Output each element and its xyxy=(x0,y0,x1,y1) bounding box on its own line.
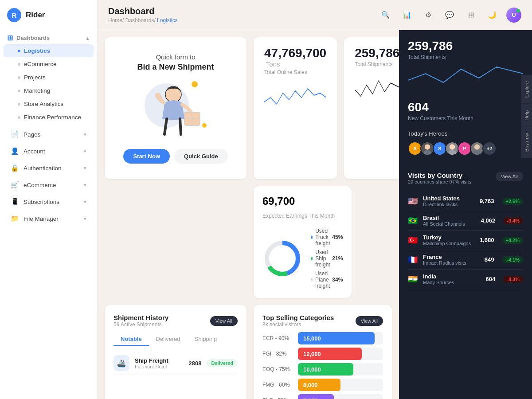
help-tab[interactable]: Help xyxy=(521,104,532,127)
chevron-icon: ▾ xyxy=(84,182,86,188)
legend-ship: Used Ship freight 21% xyxy=(311,249,343,268)
right-panel: 259,786 Total Shipments 604 New Customer… xyxy=(399,30,532,399)
visits-view-all-button[interactable]: View All xyxy=(496,172,523,181)
header: Dashboard Home/ Dashboards/ Logistics 🔍 … xyxy=(98,0,532,30)
sh-tab-delivered[interactable]: Delivered xyxy=(149,333,188,346)
sh-tab-shipping[interactable]: Shipping xyxy=(188,333,224,346)
bar-fill: 10,000 xyxy=(298,363,353,376)
sh-header: Shipment History 59 Active Shipments Vie… xyxy=(113,314,238,328)
hero-avatar-more: +2 xyxy=(482,141,497,156)
page-title: Dashboard xyxy=(108,6,178,16)
sidebar-item-logistics[interactable]: Logistics xyxy=(4,44,94,57)
visits-header: Visits by Country 20 countries share 97%… xyxy=(408,172,523,184)
account-icon: 👤 xyxy=(11,147,19,155)
settings-button[interactable]: ⚙ xyxy=(421,8,435,22)
country-row-in: 🇮🇳 India Many Sources 604 -8.3% xyxy=(408,270,523,289)
dashboards-section: ⊞ Dashboards ▲ Logistics eCommerce Proje… xyxy=(0,30,97,124)
sub-icon: 📱 xyxy=(11,198,19,206)
shipments-value: 259,786 xyxy=(408,39,523,53)
donut-wrap: Used Truck freight 45% Used Ship freight… xyxy=(262,228,343,289)
explore-tab[interactable]: Explore xyxy=(521,74,532,104)
sidebar-item-store-analytics[interactable]: Store Analytics xyxy=(4,98,94,110)
country-row-tr: 🇹🇷 Turkey Mailchimp Campaigns 1,680 +0.2… xyxy=(408,231,523,250)
sh-subtitle: 59 Active Shipments xyxy=(113,321,168,328)
app-logo[interactable]: R Rider xyxy=(0,0,97,30)
donut-chart xyxy=(262,239,302,278)
tsc-header: Top Selling Categories 8k social visitor… xyxy=(262,314,383,328)
start-now-button[interactable]: Start Now xyxy=(123,149,170,164)
header-left: Dashboard Home/ Dashboards/ Logistics xyxy=(108,6,178,23)
svg-point-11 xyxy=(474,144,480,149)
tsc-title: Top Selling Categories xyxy=(262,314,334,321)
sh-id: 2808 xyxy=(189,360,202,367)
legend-truck: Used Truck freight 45% xyxy=(311,228,343,246)
sidebar-item-ecommerce-main[interactable]: 🛒 eCommerce ▾ xyxy=(4,177,94,193)
quick-guide-button[interactable]: Quick Guide xyxy=(174,149,228,164)
sidebar-item-finance-performance[interactable]: Finance Performance xyxy=(4,111,94,124)
sidebar-item-file-manager[interactable]: 📁 File Manager ▾ xyxy=(4,211,94,227)
tsc-view-all-button[interactable]: View All xyxy=(356,316,383,326)
svg-point-7 xyxy=(425,144,430,149)
side-tabs: Explore Help Buy now xyxy=(521,74,532,158)
sidebar-item-projects[interactable]: Projects xyxy=(4,71,94,84)
sidebar-item-marketing[interactable]: Marketing xyxy=(4,84,94,97)
header-right: 🔍 📊 ⚙ 💬 ⊞ 🌙 U xyxy=(379,8,521,23)
search-button[interactable]: 🔍 xyxy=(379,8,393,22)
visits-title: Visits by Country xyxy=(408,172,471,179)
person-illustration xyxy=(140,79,211,137)
dot-icon xyxy=(18,90,20,92)
bar-row-plg: PLG - 50% 7,000 xyxy=(262,394,383,399)
chevron-icon: ▾ xyxy=(84,165,86,171)
center-panel: Quick form to Bid a New Shipment xyxy=(98,30,399,399)
illustration xyxy=(140,79,211,137)
earnings-value: 69,700 xyxy=(262,195,295,207)
bar-row-ecr: ECR - 90% 15,000 xyxy=(262,332,383,344)
sh-title-wrap: Shipment History 59 Active Shipments xyxy=(113,314,168,328)
auth-icon: 🔒 xyxy=(11,164,19,172)
flag-tr: 🇹🇷 xyxy=(408,235,419,245)
quick-form-title: Bid a New Shipment xyxy=(137,63,214,72)
bar-fill: 7,000 xyxy=(298,394,334,399)
sidebar-item-pages[interactable]: 📄 Pages ▾ xyxy=(4,126,94,142)
bar-track: 7,000 xyxy=(298,394,383,399)
second-row: 69,700 Expected Earnings This Month xyxy=(105,186,392,298)
visits-subtitle: 20 countries share 97% visits xyxy=(408,179,471,184)
sales-chart xyxy=(264,80,326,111)
svg-point-12 xyxy=(473,150,481,156)
country-row-us: 🇺🇸 United States Direct link clicks 9,76… xyxy=(408,192,523,211)
analytics-button[interactable]: 📊 xyxy=(400,8,414,22)
shipment-history-card: Shipment History 59 Active Shipments Vie… xyxy=(105,305,246,399)
chat-button[interactable]: 💬 xyxy=(442,8,457,22)
apps-button[interactable]: ⊞ xyxy=(464,8,478,22)
shipments-chart-dark xyxy=(408,60,523,91)
visits-title-wrap: Visits by Country 20 countries share 97%… xyxy=(408,172,471,184)
chevron-icon: ▾ xyxy=(84,149,86,154)
active-dot xyxy=(18,50,20,52)
svg-point-9 xyxy=(450,144,455,149)
country-row-br: 🇧🇷 Brasil All Social Channels 4,062 -0.4… xyxy=(408,211,523,231)
flag-us: 🇺🇸 xyxy=(408,196,419,206)
bar-chart: ECR - 90% 15,000 FGI - 82% 1 xyxy=(262,332,383,399)
buy-now-tab[interactable]: Buy now xyxy=(521,127,532,158)
sidebar-item-account[interactable]: 👤 Account ▾ xyxy=(4,143,94,159)
sh-tab-notable[interactable]: Notable xyxy=(113,333,149,346)
dark-mode-button[interactable]: 🌙 xyxy=(485,8,499,22)
bar-fill: 12,000 xyxy=(298,348,362,360)
tsc-subtitle: 8k social visitors xyxy=(262,321,334,328)
sidebar-item-authentication[interactable]: 🔒 Authentication ▾ xyxy=(4,160,94,176)
sh-view-all-button[interactable]: View All xyxy=(210,316,238,326)
top-row: Quick form to Bid a New Shipment xyxy=(105,37,392,179)
heroes-avatars: A S P +2 xyxy=(408,141,523,156)
change-badge-tr: +0.2% xyxy=(502,237,524,244)
sidebar-item-subscriptions[interactable]: 📱 Subscriptions ▾ xyxy=(4,194,94,210)
total-sales-card: 47,769,700 Tons Total Online Sales xyxy=(254,37,337,179)
country-info-us: United States Direct link clicks xyxy=(423,195,475,207)
nc-value: 604 xyxy=(408,100,523,114)
tsc-title-wrap: Top Selling Categories 8k social visitor… xyxy=(262,314,334,328)
country-info-in: India Many Sources xyxy=(423,273,481,285)
country-info-tr: Turkey Mailchimp Campaigns xyxy=(423,234,475,246)
total-shipments-card: 259,786 Total Shipments xyxy=(344,37,399,179)
dot-icon xyxy=(18,63,20,66)
sidebar-item-ecommerce[interactable]: eCommerce xyxy=(4,58,94,70)
dashboards-header[interactable]: ⊞ Dashboards ▲ xyxy=(0,30,97,44)
